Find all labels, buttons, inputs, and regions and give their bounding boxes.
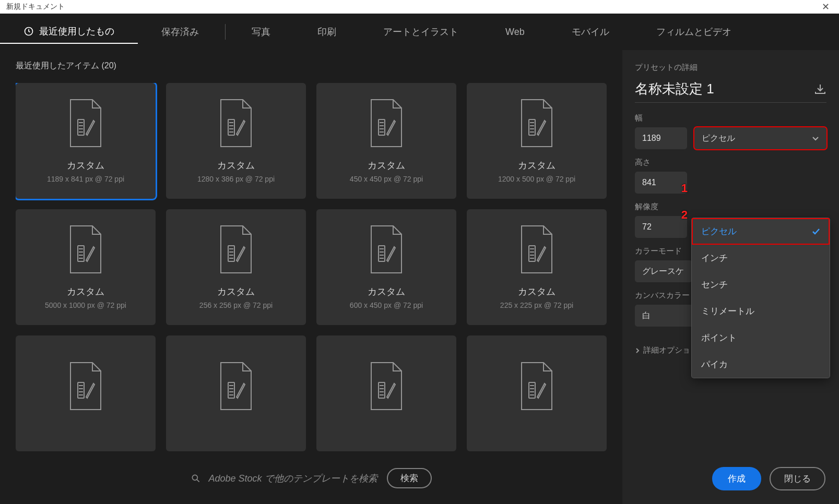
tab-art[interactable]: アートとイラスト — [360, 20, 482, 43]
unit-option[interactable]: ポイント — [692, 325, 830, 351]
unit-option-label: パイカ — [701, 358, 728, 370]
card-subtitle: 5000 x 1000 px @ 72 ppi — [45, 301, 126, 309]
unit-option-label: ミリメートル — [701, 305, 754, 317]
svg-rect-1 — [78, 119, 84, 135]
svg-point-61 — [193, 475, 198, 480]
card-title: カスタム — [368, 285, 405, 298]
unit-dropdown: ピクセルインチセンチミリメートルポイントパイカ — [692, 218, 830, 378]
svg-rect-6 — [228, 119, 234, 135]
card-subtitle: 600 x 450 px @ 72 ppi — [350, 301, 423, 309]
svg-rect-26 — [228, 246, 234, 261]
search-placeholder: Adobe Stock で他のテンプレートを検索 — [208, 472, 377, 485]
unit-option-label: センチ — [701, 279, 728, 291]
preset-card[interactable]: カスタム1200 x 500 px @ 72 ppi — [467, 83, 607, 199]
close-icon[interactable]: ✕ — [819, 1, 833, 13]
preset-card[interactable] — [16, 335, 156, 451]
preset-card[interactable]: カスタム256 x 256 px @ 72 ppi — [166, 209, 306, 325]
search-field[interactable]: Adobe Stock で他のテンプレートを検索 — [191, 472, 377, 485]
svg-rect-56 — [529, 382, 535, 398]
content-area: 最近使用したアイテム (20) カスタム1189 x 841 px @ 72 p… — [0, 50, 839, 504]
preset-card[interactable] — [166, 335, 306, 451]
chevron-right-icon — [635, 348, 640, 353]
unit-select[interactable]: ピクセル — [694, 127, 826, 149]
tab-web[interactable]: Web — [482, 21, 548, 43]
tab-label: 最近使用したもの — [39, 25, 114, 38]
height-input[interactable] — [635, 172, 687, 194]
tab-recent[interactable]: 最近使用したもの — [0, 20, 138, 44]
svg-rect-21 — [78, 246, 84, 261]
create-button[interactable]: 作成 — [712, 467, 761, 490]
tab-saved[interactable]: 保存済み — [138, 20, 222, 43]
card-title: カスタム — [518, 159, 556, 172]
save-preset-icon[interactable] — [814, 83, 826, 95]
tab-label: 保存済み — [161, 26, 199, 38]
height-label: 高さ — [635, 158, 687, 167]
preset-name-row: 名称未設定 1 — [635, 80, 826, 103]
chevron-down-icon — [812, 135, 819, 142]
preset-card[interactable]: カスタム1280 x 386 px @ 72 ppi — [166, 83, 306, 199]
color-mode-value: グレースケ — [642, 266, 684, 277]
new-document-dialog: 新規ドキュメント ✕ 最近使用したもの 保存済み 写真 印刷 アートとイラスト … — [0, 0, 839, 504]
card-title: カスタム — [518, 285, 556, 298]
preset-card[interactable]: カスタム450 x 450 px @ 72 ppi — [316, 83, 456, 199]
window-title: 新規ドキュメント — [6, 2, 65, 11]
svg-rect-41 — [78, 382, 84, 398]
width-label: 幅 — [635, 113, 826, 123]
card-subtitle: 1200 x 500 px @ 72 ppi — [498, 175, 575, 183]
card-title: カスタム — [217, 285, 255, 298]
preset-details-panel: プリセットの詳細 名称未設定 1 幅 ピクセル — [622, 50, 839, 504]
preset-card[interactable] — [316, 335, 456, 451]
app-body: 最近使用したもの 保存済み 写真 印刷 アートとイラスト Web モバイル フィ… — [0, 14, 839, 504]
svg-rect-36 — [529, 246, 535, 261]
color-mode-select[interactable]: グレースケ — [635, 260, 692, 282]
unit-option[interactable]: インチ — [692, 245, 830, 271]
stock-search-row: Adobe Stock で他のテンプレートを検索 検索 — [16, 463, 607, 494]
svg-rect-11 — [379, 119, 385, 135]
card-title: カスタム — [67, 285, 104, 298]
card-subtitle: 256 x 256 px @ 72 ppi — [199, 301, 273, 309]
width-input[interactable] — [635, 127, 687, 149]
tab-print[interactable]: 印刷 — [294, 20, 360, 43]
preset-details-label: プリセットの詳細 — [635, 63, 826, 73]
search-button[interactable]: 検索 — [387, 468, 432, 488]
svg-rect-46 — [228, 382, 234, 398]
tab-film[interactable]: フィルムとビデオ — [633, 20, 755, 43]
check-icon — [812, 227, 820, 236]
preset-card[interactable]: カスタム600 x 450 px @ 72 ppi — [316, 209, 456, 325]
search-icon — [191, 473, 201, 484]
preset-card[interactable]: カスタム1189 x 841 px @ 72 ppi — [16, 83, 156, 199]
close-button[interactable]: 閉じる — [770, 467, 825, 490]
card-title: カスタム — [368, 159, 405, 172]
canvas-color-value: 白 — [642, 310, 651, 321]
advanced-options-label: 詳細オプション — [643, 345, 698, 355]
unit-option-label: インチ — [701, 252, 728, 264]
tab-label: Web — [505, 27, 525, 38]
preset-list-panel: 最近使用したアイテム (20) カスタム1189 x 841 px @ 72 p… — [0, 50, 622, 504]
unit-option[interactable]: ピクセル — [692, 218, 830, 245]
unit-option[interactable]: パイカ — [692, 351, 830, 378]
tab-divider — [225, 24, 226, 40]
card-subtitle: 450 x 450 px @ 72 ppi — [350, 175, 423, 183]
preset-card[interactable]: カスタム225 x 225 px @ 72 ppi — [467, 209, 607, 325]
card-title: カスタム — [217, 159, 255, 172]
card-subtitle: 1280 x 386 px @ 72 ppi — [197, 175, 275, 183]
preset-name[interactable]: 名称未設定 1 — [635, 80, 714, 98]
card-subtitle: 225 x 225 px @ 72 ppi — [500, 301, 573, 309]
resolution-input[interactable] — [635, 216, 687, 238]
category-tabs: 最近使用したもの 保存済み 写真 印刷 アートとイラスト Web モバイル フィ… — [0, 14, 839, 50]
preset-card[interactable] — [467, 335, 607, 451]
recent-items-heading: 最近使用したアイテム (20) — [16, 61, 607, 71]
tab-label: フィルムとビデオ — [656, 26, 731, 38]
tab-mobile[interactable]: モバイル — [548, 20, 633, 43]
tab-label: アートとイラスト — [383, 26, 458, 38]
svg-rect-31 — [379, 246, 385, 261]
unit-option[interactable]: ミリメートル — [692, 298, 830, 325]
svg-rect-16 — [529, 119, 535, 135]
preset-card[interactable]: カスタム5000 x 1000 px @ 72 ppi — [16, 209, 156, 325]
unit-option[interactable]: センチ — [692, 271, 830, 298]
dialog-footer-buttons: 作成 閉じる — [712, 467, 825, 490]
resolution-label: 解像度 — [635, 202, 687, 212]
unit-selected-value: ピクセル — [702, 133, 735, 144]
tab-photo[interactable]: 写真 — [228, 20, 294, 43]
clock-icon — [23, 26, 34, 37]
